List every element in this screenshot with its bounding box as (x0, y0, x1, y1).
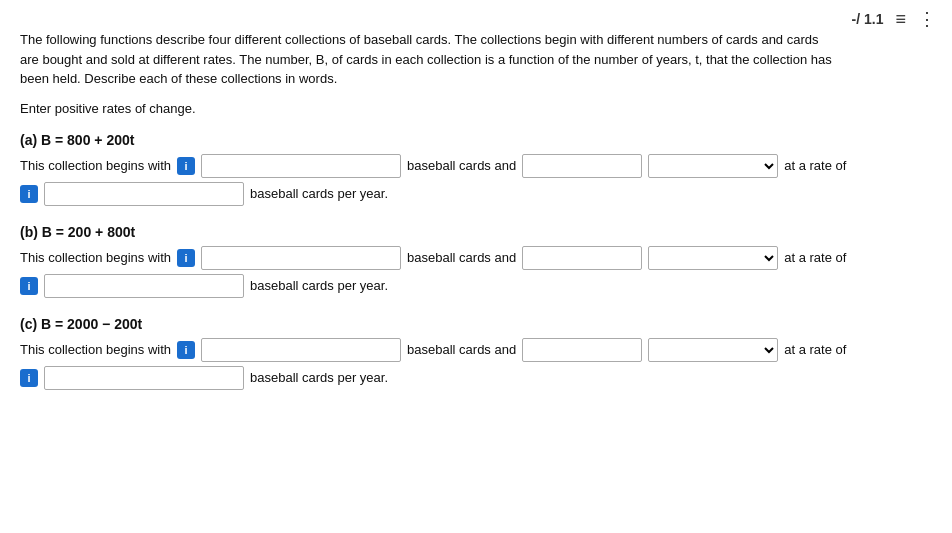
select-b-rate[interactable]: gaining losing (648, 246, 778, 270)
score-display: -/ 1.1 (852, 11, 884, 27)
input-b-cards-and[interactable] (522, 246, 642, 270)
problem-c-equation: (c) B = 2000 − 200t (20, 316, 142, 332)
phrase-cards-and-b: baseball cards and (407, 250, 516, 265)
problem-b-label: (b) B = 200 + 800t (20, 224, 932, 240)
list-icon[interactable]: ≡ (895, 9, 906, 30)
info-badge-a2[interactable]: i (20, 185, 38, 203)
phrase-begins-c: This collection begins with (20, 342, 171, 357)
select-c-rate[interactable]: gaining losing (648, 338, 778, 362)
problem-a-equation: (a) B = 800 + 200t (20, 132, 134, 148)
info-badge-c1[interactable]: i (177, 341, 195, 359)
phrase-cards-and-c: baseball cards and (407, 342, 516, 357)
problem-b-row1: This collection begins with i baseball c… (20, 246, 932, 270)
input-c-cards-and[interactable] (522, 338, 642, 362)
info-badge-b1[interactable]: i (177, 249, 195, 267)
phrase-begins-a: This collection begins with (20, 158, 171, 173)
instructions-text: The following functions describe four di… (20, 30, 840, 89)
input-b-rate-val[interactable] (44, 274, 244, 298)
phrase-rate-of-c: at a rate of (784, 342, 846, 357)
dots-icon[interactable]: ⋮ (918, 8, 936, 30)
phrase-rate-of-a: at a rate of (784, 158, 846, 173)
info-badge-b2[interactable]: i (20, 277, 38, 295)
problem-b: (b) B = 200 + 800t This collection begin… (20, 224, 932, 298)
problem-b-equation: (b) B = 200 + 800t (20, 224, 135, 240)
input-a-begins[interactable] (201, 154, 401, 178)
main-window: -/ 1.1 ≡ ⋮ The following functions descr… (0, 0, 952, 533)
problem-c-label: (c) B = 2000 − 200t (20, 316, 932, 332)
input-c-rate-val[interactable] (44, 366, 244, 390)
phrase-begins-b: This collection begins with (20, 250, 171, 265)
phrase-per-year-a: baseball cards per year. (250, 186, 388, 201)
problem-c-row2: i baseball cards per year. (20, 366, 932, 390)
problem-a-label: (a) B = 800 + 200t (20, 132, 932, 148)
problem-a-row1: This collection begins with i baseball c… (20, 154, 932, 178)
select-a-rate[interactable]: gaining losing (648, 154, 778, 178)
input-a-cards-and[interactable] (522, 154, 642, 178)
problem-b-row2: i baseball cards per year. (20, 274, 932, 298)
phrase-per-year-b: baseball cards per year. (250, 278, 388, 293)
info-badge-a1[interactable]: i (177, 157, 195, 175)
content-area: The following functions describe four di… (0, 10, 952, 418)
problem-c: (c) B = 2000 − 200t This collection begi… (20, 316, 932, 390)
phrase-rate-of-b: at a rate of (784, 250, 846, 265)
input-a-rate-val[interactable] (44, 182, 244, 206)
phrase-per-year-c: baseball cards per year. (250, 370, 388, 385)
problem-a: (a) B = 800 + 200t This collection begin… (20, 132, 932, 206)
input-b-begins[interactable] (201, 246, 401, 270)
phrase-cards-and-a: baseball cards and (407, 158, 516, 173)
problem-c-row1: This collection begins with i baseball c… (20, 338, 932, 362)
input-c-begins[interactable] (201, 338, 401, 362)
info-badge-c2[interactable]: i (20, 369, 38, 387)
problem-a-row2: i baseball cards per year. (20, 182, 932, 206)
enter-note-text: Enter positive rates of change. (20, 101, 932, 116)
top-bar: -/ 1.1 ≡ ⋮ (852, 8, 936, 30)
